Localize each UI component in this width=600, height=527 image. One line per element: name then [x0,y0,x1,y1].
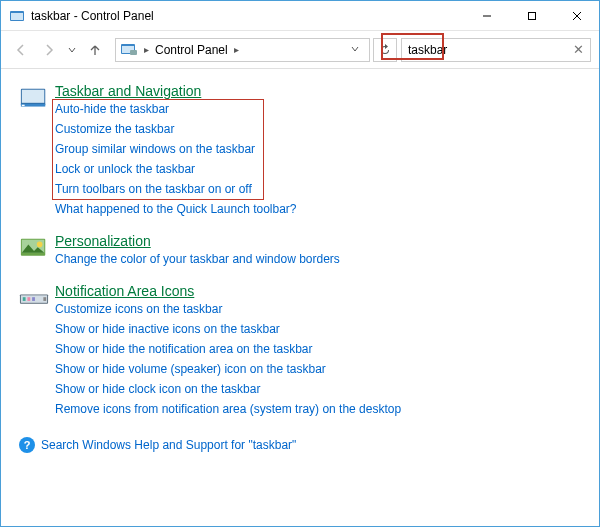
refresh-button[interactable] [373,38,397,62]
search-input[interactable] [408,43,569,57]
results-panel: Taskbar and Navigation Auto-hide the tas… [1,69,599,527]
window-title: taskbar - Control Panel [31,9,464,23]
chevron-right-icon[interactable]: ▸ [140,44,153,55]
help-search-row[interactable]: ? Search Windows Help and Support for "t… [19,433,581,457]
forward-button[interactable] [37,38,61,62]
chevron-right-icon[interactable]: ▸ [230,44,243,55]
window-controls [464,1,599,30]
link-show-hide-inactive[interactable]: Show or hide inactive icons on the taskb… [55,319,581,339]
link-quick-launch[interactable]: What happened to the Quick Launch toolba… [55,199,581,219]
maximize-button[interactable] [509,1,554,30]
link-list: Customize icons on the taskbar Show or h… [55,299,581,419]
link-show-hide-clock[interactable]: Show or hide clock icon on the taskbar [55,379,581,399]
search-box[interactable]: ✕ [401,38,591,62]
svg-rect-3 [528,12,535,19]
section-title[interactable]: Personalization [55,233,151,249]
app-icon [9,8,25,24]
link-show-hide-area[interactable]: Show or hide the notification area on th… [55,339,581,359]
recent-dropdown[interactable] [65,38,79,62]
svg-rect-21 [43,297,46,301]
close-button[interactable] [554,1,599,30]
link-list: Change the color of your taskbar and win… [55,249,581,269]
link-list: Auto-hide the taskbar Customize the task… [55,99,581,219]
svg-rect-8 [130,50,137,55]
clear-search-icon[interactable]: ✕ [569,42,584,57]
help-link[interactable]: Search Windows Help and Support for "tas… [41,438,296,452]
up-button[interactable] [83,38,107,62]
link-show-hide-volume[interactable]: Show or hide volume (speaker) icon on th… [55,359,581,379]
svg-rect-20 [32,297,35,301]
control-panel-icon [120,42,138,58]
svg-rect-1 [11,13,23,20]
back-button[interactable] [9,38,33,62]
help-icon: ? [19,437,35,453]
notification-icon [19,283,55,419]
svg-rect-10 [22,90,45,103]
address-bar[interactable]: ▸ Control Panel ▸ [115,38,370,62]
section-title[interactable]: Notification Area Icons [55,283,194,299]
section-taskbar-navigation: Taskbar and Navigation Auto-hide the tas… [19,83,581,219]
breadcrumb-segment[interactable]: Control Panel [153,43,230,57]
link-customize-icons[interactable]: Customize icons on the taskbar [55,299,581,319]
link-change-color[interactable]: Change the color of your taskbar and win… [55,249,581,269]
taskbar-nav-icon [19,83,55,219]
navbar: ▸ Control Panel ▸ ✕ [1,31,599,69]
address-dropdown-icon[interactable] [345,45,365,55]
section-personalization: Personalization Change the color of your… [19,233,581,269]
svg-rect-18 [23,297,26,301]
link-customize[interactable]: Customize the taskbar [55,119,581,139]
link-group-similar[interactable]: Group similar windows on the taskbar [55,139,581,159]
link-auto-hide[interactable]: Auto-hide the taskbar [55,99,581,119]
svg-rect-12 [22,105,25,106]
personalization-icon [19,233,55,269]
link-lock-unlock[interactable]: Lock or unlock the taskbar [55,159,581,179]
link-turn-toolbars[interactable]: Turn toolbars on the taskbar on or off [55,179,581,199]
svg-point-15 [37,242,43,248]
titlebar: taskbar - Control Panel [1,1,599,31]
svg-rect-19 [27,297,30,301]
section-title[interactable]: Taskbar and Navigation [55,83,201,99]
link-remove-icons[interactable]: Remove icons from notification area (sys… [55,399,581,419]
section-notification-icons: Notification Area Icons Customize icons … [19,283,581,419]
minimize-button[interactable] [464,1,509,30]
